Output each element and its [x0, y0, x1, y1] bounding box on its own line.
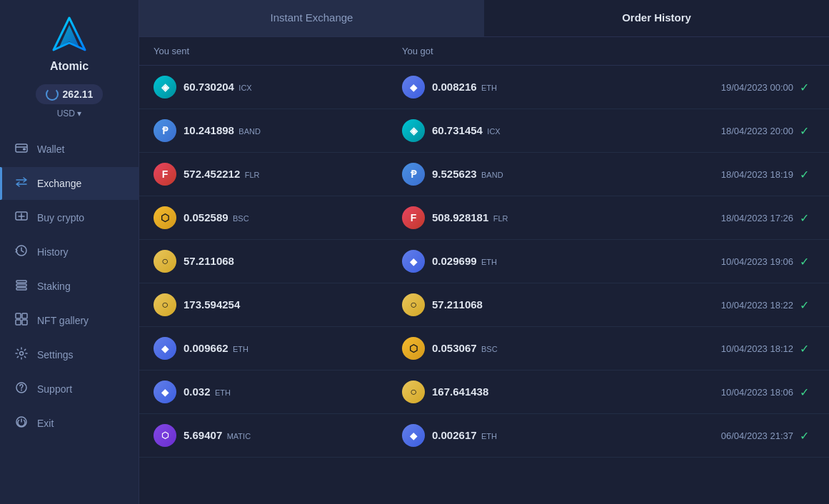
sent-coin-icon: ◈ — [154, 76, 176, 99]
got-cell: ○ 167.641438 — [402, 380, 650, 403]
sidebar-item-settings[interactable]: Settings — [0, 338, 139, 371]
sent-symbol: BAND — [238, 127, 261, 136]
svg-rect-5 — [16, 284, 26, 286]
sent-amount: 0.052589 — [184, 211, 228, 223]
table-row[interactable]: ◆ 0.009662 ETH ⬡ 0.053067 BSC 10/04/2023… — [139, 327, 829, 371]
status-check: ✓ — [793, 342, 815, 356]
nft-gallery-label: NFT gallery — [37, 315, 89, 326]
got-amount: 60.731454 — [432, 124, 483, 136]
settings-label: Settings — [37, 349, 74, 361]
got-amount: 0.008216 — [432, 81, 477, 93]
got-symbol: FLR — [493, 214, 508, 223]
history-icon — [14, 244, 29, 260]
got-amount: 57.211068 — [432, 298, 483, 311]
table-row[interactable]: F 572.452212 FLR Ᵽ 9.525623 BAND 18/04/2… — [139, 153, 829, 196]
sent-amount: 572.452212 — [184, 168, 240, 180]
header-date — [650, 46, 793, 56]
got-coin-icon: Ᵽ — [402, 163, 425, 186]
sent-amount: 173.594254 — [184, 298, 240, 311]
table-row[interactable]: ○ 173.594254 ○ 57.211068 10/04/2023 18:2… — [139, 283, 829, 327]
got-amount: 508.928181 — [432, 211, 488, 223]
svg-rect-7 — [16, 313, 21, 318]
sidebar-item-history[interactable]: History — [0, 236, 139, 268]
got-amount: 0.029699 — [432, 255, 477, 267]
app-logo — [48, 14, 91, 57]
tab-order-history[interactable]: Order History — [484, 0, 829, 36]
svg-rect-0 — [16, 144, 27, 152]
table-row[interactable]: Ᵽ 10.241898 BAND ◈ 60.731454 ICX 18/04/2… — [139, 109, 829, 153]
balance-container[interactable]: 262.11 — [36, 84, 104, 104]
table-row[interactable]: ○ 57.211068 ◆ 0.029699 ETH 10/04/2023 19… — [139, 240, 829, 283]
sidebar-item-exit[interactable]: Exit — [0, 407, 139, 440]
sent-coin-icon: Ᵽ — [154, 119, 176, 142]
got-coin-icon: ◈ — [402, 119, 425, 142]
date-cell: 18/04/2023 17:26 — [650, 213, 793, 223]
svg-rect-4 — [16, 281, 26, 283]
date-cell: 06/04/2023 21:37 — [650, 430, 793, 441]
got-coin-icon: F — [402, 206, 425, 229]
sidebar-item-nft-gallery[interactable]: NFT gallery — [0, 304, 139, 337]
table-rows: ◈ 60.730204 ICX ◆ 0.008216 ETH 19/04/202… — [139, 66, 829, 458]
status-check: ✓ — [793, 124, 815, 138]
sent-cell: ◆ 0.009662 ETH — [154, 337, 402, 360]
nav-menu: Wallet Exchange Buy crypto — [0, 133, 139, 440]
tabs-header: Instant Exchange Order History — [139, 0, 829, 37]
sent-cell: ◆ 0.032 ETH — [154, 380, 402, 403]
svg-rect-8 — [22, 313, 27, 318]
tab-instant-exchange[interactable]: Instant Exchange — [139, 0, 484, 36]
sent-amount: 60.730204 — [184, 81, 234, 93]
logo-container: Atomic — [48, 14, 91, 73]
got-symbol: BAND — [481, 171, 503, 179]
order-history-table: You sent You got ◈ 60.730204 ICX ◆ 0.008… — [139, 37, 829, 504]
support-icon — [14, 381, 29, 397]
got-amount: 0.002617 — [432, 429, 477, 441]
sidebar-item-buy-crypto[interactable]: Buy crypto — [0, 201, 139, 234]
sent-coin-icon: ◆ — [154, 337, 176, 360]
sidebar-item-support[interactable]: Support — [0, 373, 139, 405]
sent-cell: ◈ 60.730204 ICX — [154, 76, 402, 99]
date-cell: 10/04/2023 18:12 — [650, 343, 793, 354]
app-name: Atomic — [50, 60, 89, 73]
got-amount: 9.525623 — [432, 168, 477, 180]
exit-icon — [14, 415, 29, 431]
got-cell: F 508.928181 FLR — [402, 206, 650, 229]
sent-coin-icon: ⬡ — [154, 206, 176, 229]
status-check: ✓ — [793, 168, 815, 181]
sent-symbol: ETH — [215, 388, 231, 397]
sent-cell: ○ 57.211068 — [154, 250, 402, 273]
got-coin-icon: ◆ — [402, 76, 425, 99]
got-coin-icon: ○ — [402, 293, 425, 316]
table-row[interactable]: ◆ 0.032 ETH ○ 167.641438 10/04/2023 18:0… — [139, 371, 829, 414]
sent-amount: 57.211068 — [184, 255, 234, 267]
got-coin-icon: ⬡ — [402, 337, 425, 360]
table-row[interactable]: ⬡ 5.69407 MATIC ◆ 0.002617 ETH 06/04/202… — [139, 414, 829, 458]
svg-rect-1 — [23, 148, 26, 151]
date-cell: 18/04/2023 18:19 — [650, 169, 793, 180]
status-check: ✓ — [793, 211, 815, 225]
status-check: ✓ — [793, 255, 815, 268]
got-symbol: ETH — [481, 258, 497, 266]
sent-amount: 5.69407 — [184, 429, 222, 441]
sent-coin-icon: ○ — [154, 250, 176, 273]
status-check: ✓ — [793, 385, 815, 399]
date-cell: 10/04/2023 18:06 — [650, 387, 793, 398]
header-status — [793, 46, 815, 56]
sent-cell: ⬡ 0.052589 BSC — [154, 206, 402, 229]
balance-amount: 262.11 — [63, 89, 94, 100]
sidebar-item-staking[interactable]: Staking — [0, 270, 139, 303]
support-label: Support — [37, 383, 72, 395]
date-cell: 18/04/2023 20:00 — [650, 126, 793, 136]
got-coin-icon: ○ — [402, 380, 425, 403]
sent-coin-icon: F — [154, 163, 176, 186]
status-check: ✓ — [793, 81, 815, 94]
sidebar-item-exchange[interactable]: Exchange — [0, 167, 139, 200]
table-row[interactable]: ⬡ 0.052589 BSC F 508.928181 FLR 18/04/20… — [139, 196, 829, 240]
staking-icon — [14, 278, 29, 294]
sent-cell: ○ 173.594254 — [154, 293, 402, 316]
sidebar-item-wallet[interactable]: Wallet — [0, 133, 139, 166]
sent-cell: ⬡ 5.69407 MATIC — [154, 424, 402, 447]
currency-selector[interactable]: USD — [57, 109, 82, 119]
sent-cell: Ᵽ 10.241898 BAND — [154, 119, 402, 142]
table-row[interactable]: ◈ 60.730204 ICX ◆ 0.008216 ETH 19/04/202… — [139, 66, 829, 109]
buy-crypto-icon — [14, 210, 29, 226]
